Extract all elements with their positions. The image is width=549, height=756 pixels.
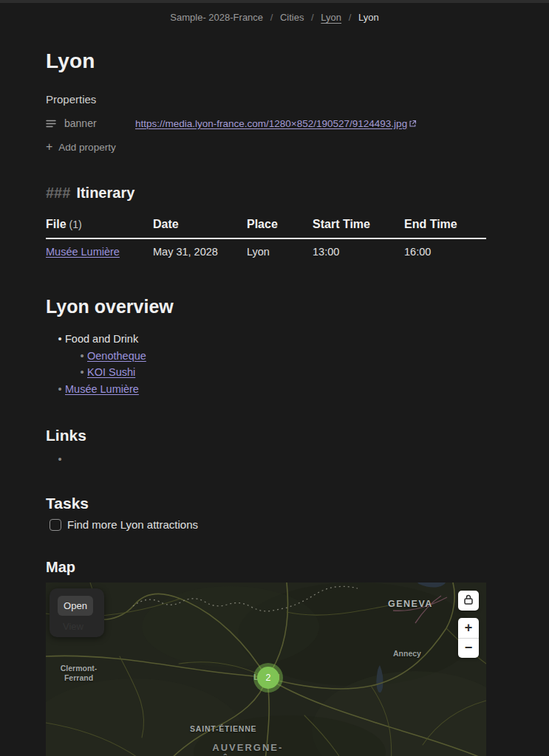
bullet-icon: • [77, 348, 87, 365]
view-menu-item[interactable]: View [63, 621, 83, 632]
list-item-link[interactable]: Musée Lumière [65, 381, 139, 398]
place-cell[interactable]: Lyon [247, 246, 313, 258]
map-label-line: AUVERGNE- [205, 742, 291, 754]
property-name: banner [64, 117, 135, 129]
bullet-icon: • [55, 381, 65, 398]
breadcrumb-separator: / [311, 12, 314, 23]
open-button[interactable]: Open [58, 596, 93, 616]
map-heading: Map [46, 559, 486, 576]
file-cell-link[interactable]: Musée Lumière [46, 246, 120, 258]
column-header-end-time[interactable]: End Time [404, 218, 486, 231]
bullet-icon: • [77, 364, 87, 381]
cluster-count: 2 [266, 673, 271, 683]
zoom-in-button[interactable]: + [458, 618, 479, 639]
breadcrumb: Sample- 2028-France / Cities / Lyon / Ly… [0, 11, 549, 23]
overview-heading: Lyon overview [46, 296, 486, 317]
task-item: Find more Lyon attractions [50, 518, 486, 531]
date-cell[interactable]: May 31, 2028 [153, 246, 247, 258]
breadcrumb-item-current: Lyon [358, 12, 379, 23]
map-label-saint-etienne: SAINT-ÉTIENNE [190, 724, 256, 733]
list-item: • Oenotheque [77, 348, 486, 365]
breadcrumb-separator: / [349, 12, 352, 23]
list-item-label: Food and Drink [65, 331, 138, 348]
map-label-clermont-ferrand: Clermont- Ferrand [47, 664, 110, 683]
window-top-strip [0, 0, 549, 3]
map-zoom-control: + − [458, 618, 479, 658]
start-time-cell[interactable]: 13:00 [313, 246, 404, 258]
properties-section-label[interactable]: Properties [46, 93, 486, 106]
property-row-banner[interactable]: banner https://media.lyon-france.com/128… [46, 117, 486, 129]
map-label-line: Clermont- [47, 664, 110, 673]
column-file-label: File [46, 218, 67, 230]
list-item-link[interactable]: Oenotheque [87, 348, 146, 365]
external-link-icon [409, 120, 417, 128]
itinerary-table: File(1) Date Place Start Time End Time M… [46, 218, 486, 258]
banner-url-link[interactable]: https://media.lyon-france.com/1280×852/1… [135, 118, 417, 129]
itinerary-table-header: File(1) Date Place Start Time End Time [46, 218, 486, 239]
table-row: Musée Lumière May 31, 2028 Lyon 13:00 16… [46, 239, 486, 258]
task-label[interactable]: Find more Lyon attractions [67, 518, 198, 531]
tasks-heading: Tasks [46, 495, 486, 512]
column-header-start-time[interactable]: Start Time [313, 218, 404, 231]
map-popup-panel: Open View [50, 588, 104, 637]
file-count-badge: (1) [69, 219, 82, 230]
bullet-icon: • [55, 331, 65, 348]
map-cluster-marker[interactable]: 2 [253, 663, 283, 693]
zoom-out-button[interactable]: − [458, 639, 479, 659]
column-header-place[interactable]: Place [247, 218, 313, 231]
page-content: Lyon Properties banner https://media.lyo… [46, 49, 486, 756]
map-label-geneva: GENEVA [388, 599, 433, 609]
banner-url-text: https://media.lyon-france.com/1280×852/1… [135, 118, 407, 129]
add-property-button[interactable]: + Add property [46, 140, 486, 154]
list-item-link[interactable]: KOI Sushi [87, 364, 135, 381]
end-time-cell[interactable]: 16:00 [404, 246, 486, 258]
column-header-file[interactable]: File(1) [46, 218, 153, 231]
align-left-icon [46, 117, 58, 129]
list-item: • KOI Sushi [77, 364, 486, 381]
column-header-date[interactable]: Date [153, 218, 247, 231]
breadcrumb-item-cities[interactable]: Cities [280, 12, 304, 23]
lock-icon [463, 594, 474, 608]
breadcrumb-item-space[interactable]: Sample- 2028-France [170, 12, 263, 23]
map-canvas[interactable]: GENEVA Annecy Clermont- Ferrand SAINT-ÉT… [46, 583, 486, 756]
map-label-line: Ferrand [47, 673, 110, 683]
list-item: • Food and Drink [55, 331, 486, 348]
overview-list: • Food and Drink • Oenotheque • KOI Sush… [46, 331, 486, 397]
empty-list-bullet[interactable]: • [55, 453, 65, 465]
links-heading: Links [46, 427, 486, 444]
add-property-label: Add property [58, 142, 115, 153]
map-lock-button[interactable] [458, 591, 479, 611]
breadcrumb-separator: / [270, 12, 273, 23]
breadcrumb-item-lyon-parent[interactable]: Lyon [321, 12, 341, 23]
itinerary-heading: ###Itinerary [46, 185, 486, 202]
map-label-annecy: Annecy [393, 649, 421, 658]
plus-icon: + [46, 140, 52, 154]
task-checkbox[interactable] [50, 519, 61, 531]
itinerary-heading-text: Itinerary [76, 185, 134, 201]
map-label-region: AUVERGNE- RHÔNE-ALPES [205, 742, 291, 756]
page-title[interactable]: Lyon [46, 49, 486, 73]
markdown-hash-prefix: ### [46, 185, 70, 201]
list-item: • Musée Lumière [55, 381, 486, 398]
